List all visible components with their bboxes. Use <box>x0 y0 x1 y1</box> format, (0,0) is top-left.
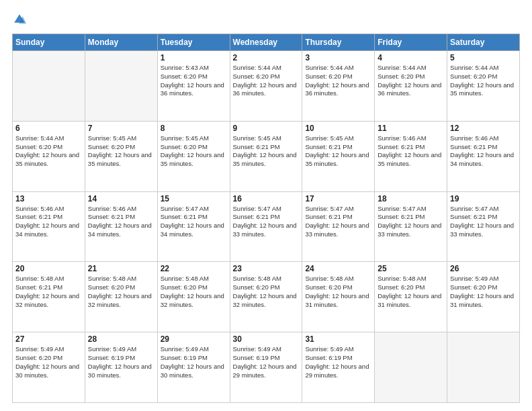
day-info: Sunrise: 5:47 AM Sunset: 6:21 PM Dayligh… <box>161 205 227 239</box>
day-info: Sunrise: 5:46 AM Sunset: 6:21 PM Dayligh… <box>378 134 444 169</box>
calendar-cell: 24Sunrise: 5:48 AM Sunset: 6:20 PM Dayli… <box>302 262 375 332</box>
calendar-cell: 3Sunrise: 5:44 AM Sunset: 6:20 PM Daylig… <box>302 51 375 122</box>
day-info: Sunrise: 5:44 AM Sunset: 6:20 PM Dayligh… <box>450 64 517 98</box>
logo-icon <box>12 12 27 27</box>
day-number: 7 <box>88 124 154 133</box>
day-info: Sunrise: 5:48 AM Sunset: 6:20 PM Dayligh… <box>378 275 444 309</box>
day-info: Sunrise: 5:46 AM Sunset: 6:21 PM Dayligh… <box>88 205 154 239</box>
calendar-cell: 2Sunrise: 5:44 AM Sunset: 6:20 PM Daylig… <box>230 51 302 122</box>
calendar-week-row: 27Sunrise: 5:49 AM Sunset: 6:20 PM Dayli… <box>13 332 520 403</box>
day-info: Sunrise: 5:44 AM Sunset: 6:20 PM Dayligh… <box>305 64 371 98</box>
calendar-header-monday: Monday <box>85 34 157 51</box>
day-number: 29 <box>161 334 227 344</box>
calendar-header-wednesday: Wednesday <box>230 34 302 51</box>
calendar-cell: 25Sunrise: 5:48 AM Sunset: 6:20 PM Dayli… <box>375 262 447 332</box>
calendar-header-thursday: Thursday <box>302 34 375 51</box>
calendar-cell: 27Sunrise: 5:49 AM Sunset: 6:20 PM Dayli… <box>13 332 85 403</box>
day-number: 26 <box>450 264 517 273</box>
day-info: Sunrise: 5:49 AM Sunset: 6:19 PM Dayligh… <box>161 345 227 379</box>
calendar-cell: 7Sunrise: 5:45 AM Sunset: 6:20 PM Daylig… <box>85 121 157 191</box>
day-info: Sunrise: 5:44 AM Sunset: 6:20 PM Dayligh… <box>233 64 300 98</box>
calendar-cell: 18Sunrise: 5:47 AM Sunset: 6:21 PM Dayli… <box>375 191 447 262</box>
day-info: Sunrise: 5:45 AM Sunset: 6:21 PM Dayligh… <box>233 134 300 169</box>
day-info: Sunrise: 5:47 AM Sunset: 6:21 PM Dayligh… <box>450 205 517 239</box>
calendar-cell: 19Sunrise: 5:47 AM Sunset: 6:21 PM Dayli… <box>447 191 520 262</box>
day-info: Sunrise: 5:49 AM Sunset: 6:19 PM Dayligh… <box>233 345 300 379</box>
calendar-header-tuesday: Tuesday <box>157 34 230 51</box>
day-number: 17 <box>305 194 371 203</box>
calendar-cell <box>85 51 157 122</box>
calendar-cell: 22Sunrise: 5:48 AM Sunset: 6:20 PM Dayli… <box>157 262 230 332</box>
day-number: 16 <box>233 194 300 203</box>
day-info: Sunrise: 5:48 AM Sunset: 6:20 PM Dayligh… <box>305 275 371 309</box>
calendar-cell: 17Sunrise: 5:47 AM Sunset: 6:21 PM Dayli… <box>302 191 375 262</box>
calendar-cell <box>13 51 85 122</box>
day-number: 6 <box>15 124 82 133</box>
logo <box>12 12 30 27</box>
day-info: Sunrise: 5:45 AM Sunset: 6:20 PM Dayligh… <box>161 134 227 169</box>
calendar-cell: 28Sunrise: 5:49 AM Sunset: 6:19 PM Dayli… <box>85 332 157 403</box>
calendar-header-row: SundayMondayTuesdayWednesdayThursdayFrid… <box>13 34 520 51</box>
day-info: Sunrise: 5:45 AM Sunset: 6:20 PM Dayligh… <box>88 134 154 169</box>
calendar-cell: 5Sunrise: 5:44 AM Sunset: 6:20 PM Daylig… <box>447 51 520 122</box>
day-number: 20 <box>15 264 82 273</box>
day-number: 28 <box>88 334 154 344</box>
day-number: 4 <box>378 53 444 62</box>
day-info: Sunrise: 5:49 AM Sunset: 6:19 PM Dayligh… <box>88 345 154 379</box>
calendar-cell: 29Sunrise: 5:49 AM Sunset: 6:19 PM Dayli… <box>157 332 230 403</box>
calendar-cell: 15Sunrise: 5:47 AM Sunset: 6:21 PM Dayli… <box>157 191 230 262</box>
calendar-cell: 11Sunrise: 5:46 AM Sunset: 6:21 PM Dayli… <box>375 121 447 191</box>
day-number: 31 <box>305 334 371 344</box>
calendar-cell: 16Sunrise: 5:47 AM Sunset: 6:21 PM Dayli… <box>230 191 302 262</box>
day-number: 10 <box>305 124 371 133</box>
day-info: Sunrise: 5:48 AM Sunset: 6:20 PM Dayligh… <box>233 275 300 309</box>
calendar-week-row: 20Sunrise: 5:48 AM Sunset: 6:21 PM Dayli… <box>13 262 520 332</box>
day-info: Sunrise: 5:49 AM Sunset: 6:20 PM Dayligh… <box>450 275 517 309</box>
day-number: 27 <box>15 334 82 344</box>
day-info: Sunrise: 5:47 AM Sunset: 6:21 PM Dayligh… <box>305 205 371 239</box>
day-info: Sunrise: 5:43 AM Sunset: 6:20 PM Dayligh… <box>161 64 227 98</box>
day-info: Sunrise: 5:47 AM Sunset: 6:21 PM Dayligh… <box>378 205 444 239</box>
calendar-header-saturday: Saturday <box>447 34 520 51</box>
day-info: Sunrise: 5:45 AM Sunset: 6:21 PM Dayligh… <box>305 134 371 169</box>
day-info: Sunrise: 5:49 AM Sunset: 6:20 PM Dayligh… <box>15 345 82 379</box>
calendar-cell: 4Sunrise: 5:44 AM Sunset: 6:20 PM Daylig… <box>375 51 447 122</box>
day-number: 23 <box>233 264 300 273</box>
day-number: 24 <box>305 264 371 273</box>
day-number: 25 <box>378 264 444 273</box>
calendar-cell: 30Sunrise: 5:49 AM Sunset: 6:19 PM Dayli… <box>230 332 302 403</box>
day-number: 11 <box>378 124 444 133</box>
calendar-cell: 26Sunrise: 5:49 AM Sunset: 6:20 PM Dayli… <box>447 262 520 332</box>
day-number: 13 <box>15 194 82 203</box>
day-info: Sunrise: 5:47 AM Sunset: 6:21 PM Dayligh… <box>233 205 300 239</box>
day-number: 22 <box>161 264 227 273</box>
day-info: Sunrise: 5:44 AM Sunset: 6:20 PM Dayligh… <box>15 134 82 169</box>
day-info: Sunrise: 5:44 AM Sunset: 6:20 PM Dayligh… <box>378 64 444 98</box>
day-number: 8 <box>161 124 227 133</box>
page: SundayMondayTuesdayWednesdayThursdayFrid… <box>0 0 532 411</box>
calendar-cell: 20Sunrise: 5:48 AM Sunset: 6:21 PM Dayli… <box>13 262 85 332</box>
day-number: 15 <box>161 194 227 203</box>
day-info: Sunrise: 5:48 AM Sunset: 6:21 PM Dayligh… <box>15 275 82 309</box>
day-info: Sunrise: 5:48 AM Sunset: 6:20 PM Dayligh… <box>161 275 227 309</box>
day-info: Sunrise: 5:49 AM Sunset: 6:19 PM Dayligh… <box>305 345 371 379</box>
calendar-table: SundayMondayTuesdayWednesdayThursdayFrid… <box>12 34 520 403</box>
day-number: 12 <box>450 124 517 133</box>
day-number: 18 <box>378 194 444 203</box>
calendar-cell: 6Sunrise: 5:44 AM Sunset: 6:20 PM Daylig… <box>13 121 85 191</box>
header <box>12 12 520 27</box>
calendar-cell: 31Sunrise: 5:49 AM Sunset: 6:19 PM Dayli… <box>302 332 375 403</box>
calendar-cell: 10Sunrise: 5:45 AM Sunset: 6:21 PM Dayli… <box>302 121 375 191</box>
calendar-cell: 8Sunrise: 5:45 AM Sunset: 6:20 PM Daylig… <box>157 121 230 191</box>
calendar-cell: 1Sunrise: 5:43 AM Sunset: 6:20 PM Daylig… <box>157 51 230 122</box>
calendar-week-row: 1Sunrise: 5:43 AM Sunset: 6:20 PM Daylig… <box>13 51 520 122</box>
calendar-cell <box>447 332 520 403</box>
day-number: 9 <box>233 124 300 133</box>
calendar-cell: 21Sunrise: 5:48 AM Sunset: 6:20 PM Dayli… <box>85 262 157 332</box>
day-number: 5 <box>450 53 517 62</box>
calendar-header-sunday: Sunday <box>13 34 85 51</box>
day-info: Sunrise: 5:46 AM Sunset: 6:21 PM Dayligh… <box>450 134 517 169</box>
day-number: 21 <box>88 264 154 273</box>
day-info: Sunrise: 5:46 AM Sunset: 6:21 PM Dayligh… <box>15 205 82 239</box>
day-number: 2 <box>233 53 300 62</box>
